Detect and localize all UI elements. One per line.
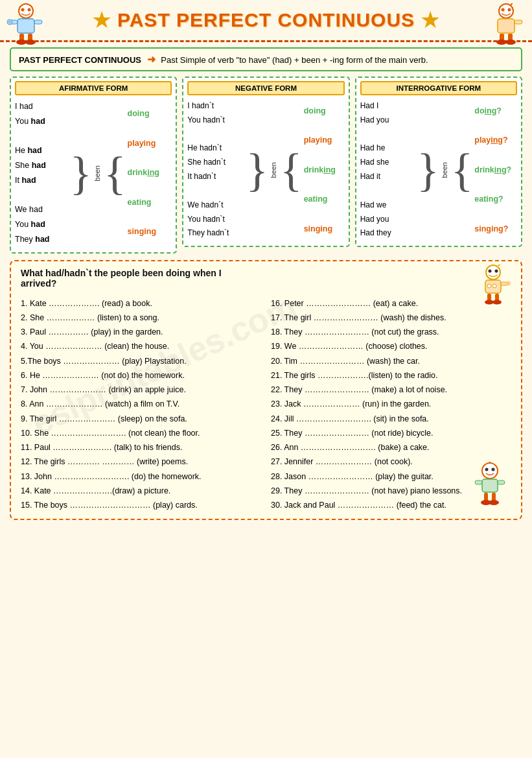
svg-rect-11: [34, 20, 42, 24]
svg-point-15: [502, 8, 505, 12]
svg-point-35: [485, 300, 494, 304]
negative-pronouns: I hadn`t You hadn`t He hadn`t She hadn`t…: [187, 99, 244, 241]
list-item: 24. Jill ………………………. (sit) in the sofa.: [271, 412, 511, 426]
svg-rect-50: [475, 480, 482, 484]
list-item: 25. They …………………… (not ride) bicycle.: [271, 426, 511, 440]
list-item: 13. John ………………………. (do) the homework.: [21, 469, 261, 484]
interrogative-been-label: been: [441, 162, 448, 178]
affirmative-brace2: {: [104, 150, 126, 196]
interrogative-content: Had I Had you Had he Had she Had it Had …: [360, 99, 517, 241]
negative-been-group: been: [270, 162, 279, 178]
forms-section: AFIRMATIVE FORM I had You had He had She…: [10, 77, 522, 254]
list-item: 6. He ………………… (not do) the homework.: [21, 368, 261, 383]
svg-rect-19: [498, 19, 515, 33]
svg-rect-44: [482, 479, 498, 492]
affirmative-pronouns: I had You had He had She had It had We h…: [15, 99, 68, 247]
list-item: 20. Tim …………………… (wash) the car.: [271, 354, 511, 368]
star-right-icon: ★: [420, 8, 441, 32]
negative-brace2: {: [280, 147, 303, 193]
svg-point-32: [492, 284, 496, 288]
list-item: 5.The boys ………………… (play) Playstation.: [21, 354, 261, 368]
svg-rect-24: [515, 20, 522, 24]
svg-point-23: [505, 40, 516, 45]
definition-arrow: ➜: [147, 54, 156, 65]
interrogative-brace: }: [417, 147, 439, 193]
interrogative-been-group: been: [441, 162, 450, 178]
negative-form: NEGATIVE FORM I hadn`t You hadn`t He had…: [182, 77, 349, 247]
list-item: 22. They …………………… (make) a lot of noise.: [271, 383, 511, 397]
list-item: 10. She ………………………. (not clean) the floor…: [21, 426, 261, 440]
svg-point-26: [489, 269, 492, 272]
svg-point-27: [495, 269, 498, 272]
list-item: 3. Paul …………… (play) in the garden.: [21, 325, 261, 339]
svg-point-14: [499, 4, 513, 18]
list-item: 9. The girl ………………… (sleep) on the sofa.: [21, 412, 261, 426]
svg-point-38: [506, 281, 511, 285]
list-item: 18. They …………………… (not cut) the grass.: [271, 325, 511, 339]
svg-point-36: [492, 300, 502, 304]
list-item: 12. The girls ………… ………… (write) poems.: [21, 455, 261, 469]
svg-line-17: [511, 3, 513, 5]
svg-point-25: [486, 265, 500, 279]
interrogative-form: INTERROGATIVE FORM Had I Had you Had he …: [355, 77, 522, 247]
star-left-icon: ★: [91, 8, 112, 32]
svg-point-2: [28, 8, 31, 12]
negative-content: I hadn`t You hadn`t He hadn`t She hadn`t…: [187, 99, 344, 241]
list-item: 23. Jack ………………… (run) in the garden.: [271, 397, 511, 411]
negative-header: NEGATIVE FORM: [187, 81, 344, 95]
svg-point-41: [492, 468, 495, 471]
svg-line-28: [498, 265, 502, 266]
svg-point-0: [19, 4, 33, 18]
list-item: 19. We …………………… (choose) clothes.: [271, 339, 511, 353]
exercise-left-column: 1. Kate ………………. (read) a book. 2. She ………: [21, 296, 261, 513]
list-item: 2. She ……………… (listen) to a song.: [21, 311, 261, 325]
robot-left-decoration: [3, 3, 49, 54]
svg-point-22: [496, 40, 507, 45]
exercise-question: What had/hadn`t the people been doing wh…: [21, 268, 248, 289]
list-item: 8. Ann ………………… (watch) a film on T.V.: [21, 397, 261, 411]
page-title: PAST PERFECT CONTINUOUS: [117, 9, 415, 31]
svg-point-13: [8, 21, 11, 23]
affirmative-form: AFIRMATIVE FORM I had You had He had She…: [10, 77, 177, 254]
exercise-section: eslprintables.com What had/hadn`t the pe…: [10, 260, 522, 521]
negative-verbs: doing playing drinking eating singing: [304, 104, 345, 237]
list-item: 14. Kate ………………….(draw) a picture.: [21, 484, 261, 498]
definition-text: Past Simple of verb "to have" (had) + be…: [161, 55, 428, 65]
interrogative-verbs: doing? playing? drinking? eating? singin…: [474, 104, 517, 237]
svg-rect-5: [17, 19, 34, 33]
svg-point-16: [508, 8, 511, 12]
svg-point-31: [487, 284, 491, 288]
svg-point-39: [482, 463, 498, 479]
svg-point-9: [25, 40, 36, 45]
affirmative-verbs: doing playing drinking eating singing: [128, 106, 172, 239]
interrogative-header: INTERROGATIVE FORM: [360, 81, 517, 95]
affirmative-been-label: been: [93, 165, 101, 181]
affirmative-brace: }: [69, 150, 92, 196]
svg-point-48: [489, 500, 499, 505]
list-item: 15. The boys ………………………… (play) cards.: [21, 498, 261, 512]
affirmative-been-group: been: [93, 165, 102, 181]
affirmative-header: AFIRMATIVE FORM: [15, 81, 172, 95]
list-item: 21. The girls ……………….(listen) to the rad…: [271, 368, 511, 383]
svg-point-40: [485, 468, 489, 471]
negative-brace: }: [246, 147, 269, 193]
interrogative-brace2: {: [451, 147, 474, 193]
list-item: 7. John ………………… (drink) an apple juice.: [21, 383, 261, 397]
affirmative-content: I had You had He had She had It had We h…: [15, 99, 172, 247]
negative-been-label: been: [270, 162, 277, 178]
definition-box: PAST PERFECT CONTINUOUS ➜ Past Simple of…: [10, 47, 522, 71]
svg-rect-49: [498, 480, 505, 484]
exercise-columns: 1. Kate ………………. (read) a book. 2. She ………: [21, 296, 511, 513]
svg-point-8: [16, 40, 27, 45]
definition-label: PAST PERFECT CONTINUOUS: [19, 55, 141, 65]
list-item: 11. Paul …………………. (talk) to his friends.: [21, 440, 261, 455]
robot-bottom-decoration: [469, 462, 511, 515]
interrogative-pronouns: Had I Had you Had he Had she Had it Had …: [360, 99, 415, 241]
robot-right-decoration: [483, 3, 529, 54]
list-item: 4. You ………………… (clean) the house.: [21, 339, 261, 353]
list-item: 1. Kate ………………. (read) a book.: [21, 296, 261, 311]
robot-exercise-decoration: [472, 265, 515, 315]
list-item: 26. Ann ………………………. (bake) a cake.: [271, 440, 511, 455]
svg-point-1: [21, 8, 25, 12]
